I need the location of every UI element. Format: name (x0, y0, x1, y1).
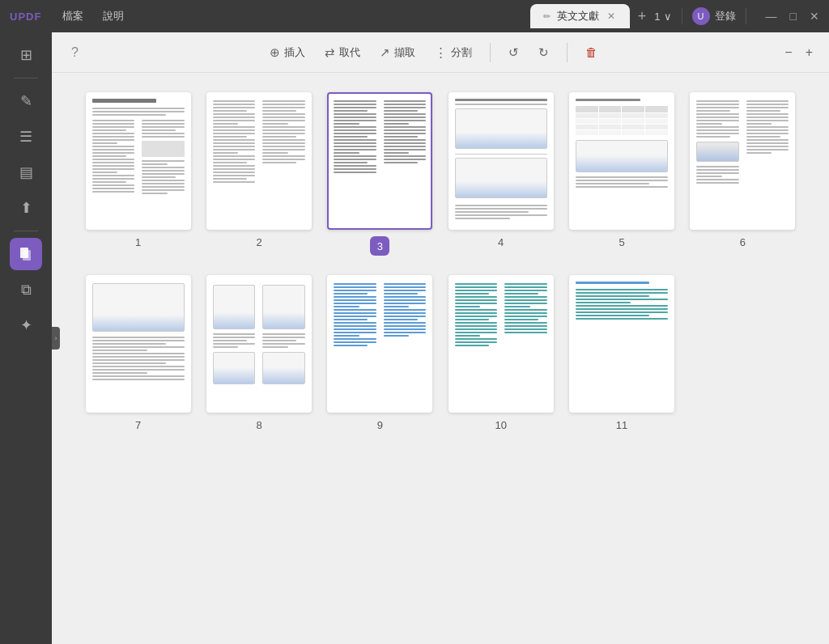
page-thumb-5[interactable]: 5 (568, 92, 675, 256)
page-image-9 (327, 275, 432, 413)
page-number-9: 9 (377, 419, 383, 431)
page-grid: 1 (52, 73, 829, 644)
rotate-right-icon: ↻ (538, 45, 549, 60)
app-logo: UPDF (10, 11, 41, 23)
page-thumb-4[interactable]: 4 (447, 92, 555, 256)
page-thumb-3[interactable]: 3 (326, 92, 434, 256)
rotate-left-button[interactable]: ↺ (500, 41, 527, 64)
replace-button[interactable]: ⇄ 取代 (317, 41, 368, 64)
page-number-8: 8 (256, 419, 261, 431)
page-grid-inner: 1 (84, 92, 797, 431)
replace-icon: ⇄ (325, 45, 335, 60)
extract-button[interactable]: ↗ 擷取 (372, 41, 423, 64)
sidebar-btn-grid[interactable]: ▤ (10, 156, 42, 189)
page-image-11 (569, 275, 674, 413)
zoom-in-button[interactable]: + (802, 42, 816, 63)
page-image-5 (569, 92, 674, 230)
minimize-button[interactable]: — (766, 10, 777, 23)
page-image-4 (449, 92, 554, 230)
user-label: 登錄 (715, 9, 736, 23)
toolbar: ? ⊕ 插入 ⇄ 取代 ↗ 擷取 ⋮ 分割 ↺ (52, 32, 829, 73)
titlebar-right: 1 ∨ U 登錄 — □ ✕ (654, 7, 819, 25)
page-number-2: 2 (256, 236, 261, 248)
tab-close-button[interactable]: ✕ (606, 9, 617, 23)
sidebar: ⊞ ✎ ☰ ▤ ⬆ ⧉ ✦ › (0, 32, 52, 644)
delete-button[interactable]: 🗑 (577, 41, 606, 63)
sidebar-btn-list[interactable]: ☰ (10, 121, 42, 153)
zoom-controls: − + (781, 42, 816, 63)
sidebar-btn-copy[interactable]: ⧉ (10, 273, 42, 306)
pages-icon (18, 246, 34, 262)
maximize-button[interactable]: □ (790, 10, 797, 23)
page-thumb-10[interactable]: 10 (447, 275, 555, 431)
page-number-3-badge: 3 (370, 236, 389, 256)
tab-area: ✏ 英文文獻 ✕ + (530, 4, 655, 28)
sidebar-btn-upload[interactable]: ⬆ (10, 192, 42, 224)
sidebar-divider-1 (14, 78, 38, 78)
insert-icon: ⊕ (270, 45, 280, 60)
page-image-7 (86, 275, 191, 413)
page-image-8 (206, 275, 312, 413)
page-number-4: 4 (498, 236, 504, 248)
sidebar-divider-2 (14, 231, 38, 231)
content-area: ? ⊕ 插入 ⇄ 取代 ↗ 擷取 ⋮ 分割 ↺ (52, 32, 829, 644)
page-thumb-6[interactable]: 6 (689, 92, 797, 256)
page-number-11: 11 (616, 419, 627, 431)
tab-add-button[interactable]: + (630, 5, 655, 28)
toolbar-separator-2 (567, 43, 568, 62)
page-thumb-9[interactable]: 9 (326, 275, 434, 431)
page-navigation[interactable]: 1 ∨ (654, 11, 671, 23)
page-thumb-11[interactable]: 11 (568, 275, 675, 431)
insert-button[interactable]: ⊕ 插入 (261, 41, 313, 64)
close-button[interactable]: ✕ (810, 10, 819, 23)
page-number-7: 7 (135, 419, 141, 431)
page-nav-chevron[interactable]: ∨ (664, 11, 672, 23)
titlebar: UPDF 檔案 說明 ✏ 英文文獻 ✕ + 1 ∨ U 登錄 — □ ✕ (0, 0, 829, 32)
window-controls: — □ ✕ (766, 10, 819, 23)
page-thumb-1[interactable]: 1 (84, 92, 192, 256)
page-image-6 (690, 92, 795, 230)
split-button[interactable]: ⋮ 分割 (427, 41, 480, 64)
tab-label: 英文文獻 (557, 9, 599, 23)
split-icon: ⋮ (435, 45, 447, 60)
help-button[interactable]: ? (65, 42, 85, 63)
user-button[interactable]: U 登錄 (692, 7, 736, 25)
page-thumb-7[interactable]: 7 (84, 275, 192, 431)
sidebar-btn-thumbnail[interactable]: ⊞ (10, 39, 42, 71)
svg-rect-1 (23, 250, 31, 261)
sidebar-btn-pages[interactable] (10, 238, 42, 270)
menu-file[interactable]: 檔案 (54, 6, 91, 27)
main-layout: ⊞ ✎ ☰ ▤ ⬆ ⧉ ✦ › ? ⊕ 插入 (0, 32, 829, 644)
sidebar-collapse-handle[interactable]: › (52, 327, 60, 350)
user-avatar: U (692, 7, 710, 25)
page-thumb-8[interactable]: 8 (205, 275, 312, 431)
page-number-5: 5 (619, 236, 624, 248)
page-image-10 (449, 275, 554, 413)
sidebar-btn-brush[interactable]: ✎ (10, 85, 42, 117)
page-number-10: 10 (495, 419, 506, 431)
sidebar-btn-star[interactable]: ✦ (10, 309, 42, 341)
tab-document[interactable]: ✏ 英文文獻 ✕ (530, 4, 630, 28)
page-image-1 (86, 92, 191, 230)
zoom-out-button[interactable]: − (781, 42, 795, 63)
delete-icon: 🗑 (585, 45, 597, 59)
page-number-1: 1 (135, 236, 141, 248)
page-number-6: 6 (740, 236, 746, 248)
toolbar-separator-1 (490, 43, 491, 62)
page-image-2 (206, 92, 312, 230)
rotate-right-button[interactable]: ↻ (530, 41, 557, 64)
menu-bar: 檔案 說明 (54, 6, 529, 27)
extract-icon: ↗ (380, 45, 390, 60)
current-page: 1 (654, 11, 660, 23)
page-thumb-2[interactable]: 2 (205, 92, 312, 256)
page-image-3 (327, 92, 432, 230)
tab-edit-icon: ✏ (543, 11, 551, 22)
rotate-left-icon: ↺ (508, 45, 519, 60)
menu-help[interactable]: 說明 (95, 6, 132, 27)
